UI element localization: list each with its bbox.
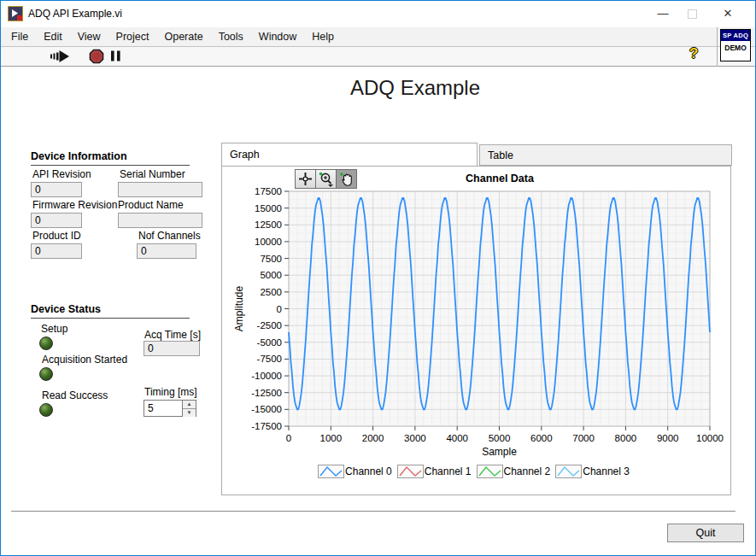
window-title: ADQ API Example.vi — [28, 1, 122, 26]
x-tick-label: 2000 — [362, 433, 384, 443]
tab-table[interactable]: Table — [479, 144, 732, 166]
acquisition-started-led-label: Acquisition Started — [42, 354, 127, 366]
abort-icon[interactable] — [89, 49, 104, 64]
vi-logo-top-text: SP ADQ — [721, 30, 750, 41]
menu-help[interactable]: Help — [304, 27, 342, 46]
context-help-icon[interactable]: ? — [689, 45, 698, 62]
x-tick-label: 9000 — [657, 433, 679, 443]
labview-app-icon — [8, 6, 23, 21]
menu-edit[interactable]: Edit — [36, 27, 70, 46]
nof-channels-label: Nof Channels — [138, 230, 201, 242]
firmware-revision-field[interactable]: 0 — [31, 213, 82, 228]
firmware-revision-label: Firmware Revision — [32, 199, 117, 211]
y-tick-label: 7500 — [260, 254, 282, 264]
minimize-button[interactable]: — — [649, 1, 677, 26]
footer-divider — [11, 511, 735, 512]
legend-glyph — [555, 465, 582, 478]
pause-icon[interactable] — [110, 50, 121, 61]
y-tick-label: 15000 — [255, 203, 282, 214]
acq-time-field[interactable]: 0 — [144, 341, 200, 356]
x-tick-label: 6000 — [530, 433, 553, 443]
app-window: ADQ API Example.vi — ✕ File Edit View Pr… — [0, 0, 756, 556]
menu-tools[interactable]: Tools — [211, 27, 251, 46]
timing-label: Timing [ms] — [144, 386, 197, 398]
setup-led-label: Setup — [41, 323, 67, 335]
legend-glyph — [318, 465, 344, 478]
timing-control[interactable]: 5 ▲ ▼ — [144, 400, 196, 417]
legend-item-channel-0[interactable]: Channel 0 — [318, 465, 396, 478]
legend-label: Channel 3 — [582, 465, 633, 477]
legend-label: Channel 0 — [344, 465, 396, 477]
x-tick-label: 4000 — [446, 433, 468, 443]
y-tick-label: -15000 — [251, 404, 282, 414]
spin-down-icon[interactable]: ▼ — [183, 409, 196, 417]
menu-view[interactable]: View — [70, 27, 108, 46]
menu-window[interactable]: Window — [251, 27, 304, 46]
acq-time-label: Acq Time [s] — [144, 329, 201, 341]
channel-data-graph[interactable]: -17500-15000-12500-10000-7500-5000-25000… — [222, 173, 732, 464]
y-tick-label: -7500 — [257, 354, 282, 364]
close-button[interactable]: ✕ — [714, 1, 741, 26]
tab-graph[interactable]: Graph — [221, 143, 478, 166]
quit-button[interactable]: Quit — [667, 524, 744, 542]
serial-number-field[interactable] — [118, 182, 202, 197]
product-name-label: Product Name — [118, 199, 184, 211]
y-tick-label: 17500 — [255, 186, 282, 196]
y-tick-label: 2500 — [260, 287, 282, 297]
y-tick-label: -5000 — [257, 337, 282, 348]
x-tick-label: 0 — [286, 433, 291, 443]
graph-tab-page: Channel Data -17500-15000-12500-10000-75… — [221, 166, 731, 495]
menu-bar: File Edit View Project Operate Tools Win… — [1, 27, 755, 47]
legend-label: Channel 2 — [503, 465, 554, 477]
spin-up-icon[interactable]: ▲ — [183, 401, 196, 409]
maximize-icon — [688, 9, 697, 19]
x-tick-label: 8000 — [615, 433, 637, 443]
y-tick-label: 0 — [277, 304, 282, 314]
menu-project[interactable]: Project — [108, 27, 157, 46]
product-id-field[interactable]: 0 — [31, 243, 82, 259]
legend-glyph — [477, 465, 503, 478]
legend-glyph — [397, 465, 424, 478]
x-tick-label: 7000 — [572, 433, 595, 443]
menu-operate[interactable]: Operate — [156, 27, 210, 46]
device-information-heading: Device Information — [31, 150, 190, 166]
plot-legend: Channel 0Channel 1Channel 2Channel 3 — [222, 465, 730, 478]
title-bar: ADQ API Example.vi — ✕ — [1, 1, 755, 27]
device-status-heading: Device Status — [31, 303, 190, 319]
y-tick-label: -17500 — [251, 421, 282, 431]
run-icon[interactable] — [50, 50, 70, 63]
y-tick-label: 5000 — [260, 270, 282, 280]
api-revision-field[interactable]: 0 — [31, 182, 82, 197]
setup-led — [39, 337, 53, 350]
maximize-button[interactable] — [678, 1, 706, 26]
menu-file[interactable]: File — [3, 27, 36, 46]
y-axis-label: Amplitude — [233, 286, 245, 332]
product-name-field[interactable] — [118, 213, 202, 228]
read-success-led — [39, 403, 53, 417]
x-tick-label: 3000 — [404, 433, 426, 443]
page-title: ADQ Example — [257, 76, 573, 100]
serial-number-label: Serial Number — [120, 168, 185, 180]
timing-spinner: ▲ ▼ — [182, 401, 196, 416]
y-tick-label: 10000 — [255, 237, 282, 247]
x-tick-label: 10000 — [696, 433, 724, 443]
vi-logo-bottom-text: DEMO — [721, 41, 750, 53]
timing-value[interactable]: 5 — [144, 401, 182, 416]
legend-item-channel-1[interactable]: Channel 1 — [397, 465, 475, 478]
x-tick-label: 5000 — [489, 433, 511, 443]
legend-item-channel-2[interactable]: Channel 2 — [477, 465, 554, 478]
nof-channels-field[interactable]: 0 — [137, 243, 196, 259]
y-tick-label: -12500 — [251, 388, 282, 398]
x-tick-label: 1000 — [320, 433, 343, 443]
legend-item-channel-3[interactable]: Channel 3 — [555, 465, 633, 478]
product-id-label: Product ID — [32, 230, 81, 242]
read-success-led-label: Read Success — [42, 389, 108, 401]
y-tick-label: -10000 — [251, 371, 282, 381]
api-revision-label: API Revision — [32, 168, 91, 180]
y-tick-label: 12500 — [255, 219, 282, 230]
toolbar: ? — [1, 47, 755, 67]
toolbar-divider — [717, 27, 718, 67]
acquisition-started-led — [39, 367, 53, 381]
y-tick-label: -2500 — [257, 320, 282, 331]
vi-icon-logo: SP ADQ DEMO — [720, 29, 751, 61]
